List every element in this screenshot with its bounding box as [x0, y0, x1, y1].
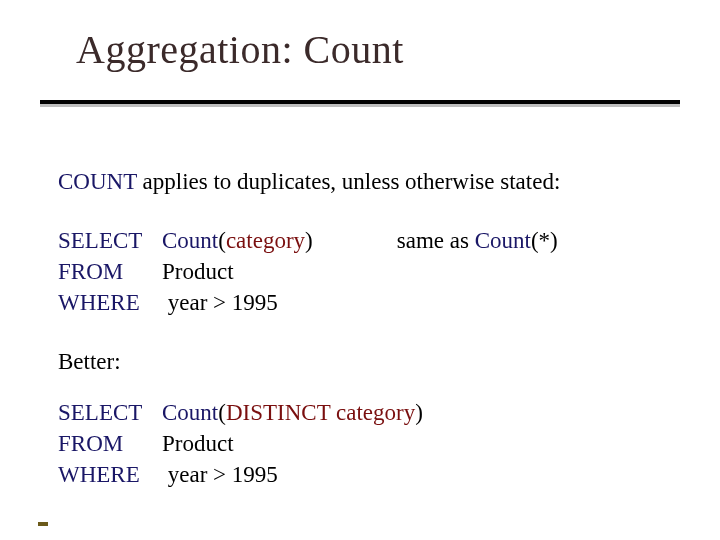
- slide: Aggregation: Count COUNT applies to dupl…: [0, 0, 720, 540]
- query1-where: WHERE year > 1995: [58, 287, 668, 318]
- count-func: Count: [162, 228, 218, 253]
- select-keyword: SELECT: [58, 225, 162, 256]
- query1-select: SELECTCount(category)same as Count(*): [58, 225, 668, 256]
- rparen: ): [415, 400, 423, 425]
- intro-line: COUNT applies to duplicates, unless othe…: [58, 166, 668, 197]
- slide-body: COUNT applies to duplicates, unless othe…: [58, 166, 668, 490]
- query2-where: WHERE year > 1995: [58, 459, 668, 490]
- rparen: ): [305, 228, 313, 253]
- from-keyword: FROM: [58, 256, 162, 287]
- from-value: Product: [162, 431, 234, 456]
- slide-title: Aggregation: Count: [76, 26, 404, 73]
- from-value: Product: [162, 259, 234, 284]
- where-value: year > 1995: [162, 462, 278, 487]
- from-keyword: FROM: [58, 428, 162, 459]
- count-keyword: COUNT: [58, 169, 137, 194]
- query2-select: SELECTCount(DISTINCT category): [58, 397, 668, 428]
- count-arg: category: [336, 400, 415, 425]
- annot-count: Count: [475, 228, 531, 253]
- count-arg: category: [226, 228, 305, 253]
- footer-accent: [38, 522, 48, 526]
- better-label: Better:: [58, 346, 668, 377]
- lparen: (: [218, 400, 226, 425]
- intro-text: applies to duplicates, unless otherwise …: [137, 169, 561, 194]
- where-keyword: WHERE: [58, 287, 162, 318]
- where-value: year > 1995: [162, 290, 278, 315]
- where-keyword: WHERE: [58, 459, 162, 490]
- annot-prefix: same as: [397, 228, 475, 253]
- annot-suffix: (*): [531, 228, 558, 253]
- distinct-keyword: DISTINCT: [226, 400, 330, 425]
- select-keyword: SELECT: [58, 397, 162, 428]
- annotation: same as Count(*): [397, 225, 558, 256]
- lparen: (: [218, 228, 226, 253]
- query2-from: FROMProduct: [58, 428, 668, 459]
- query1-from: FROMProduct: [58, 256, 668, 287]
- count-func: Count: [162, 400, 218, 425]
- title-rule-shadow: [40, 104, 680, 107]
